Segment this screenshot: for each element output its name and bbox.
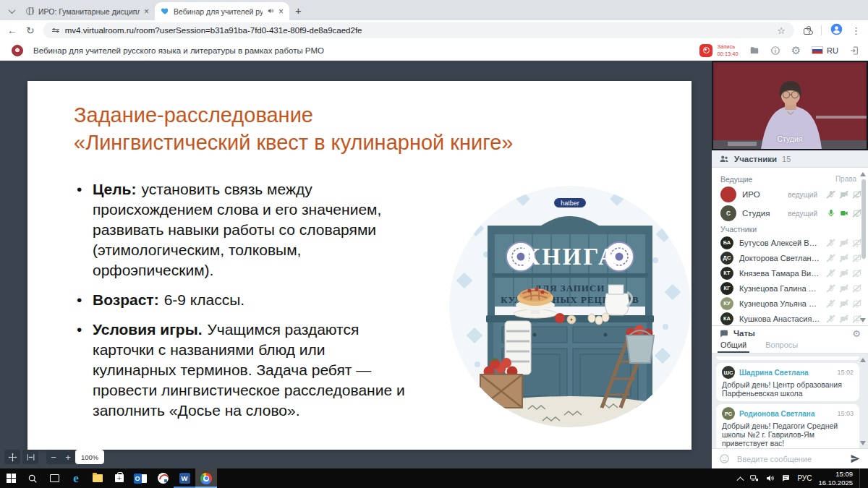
mic-off-icon[interactable] <box>826 253 835 262</box>
browser-tab-strip: ИРО: Гуманитарные дисциплин × Вебинар дл… <box>0 0 868 20</box>
participant-row[interactable]: КУ Кузнецова Ульяна Григорьевна <box>712 296 868 311</box>
camera-off-icon[interactable] <box>839 268 848 278</box>
screen-share-off-icon[interactable] <box>852 238 861 247</box>
reload-button[interactable]: ↻ <box>26 25 35 35</box>
chat-message: РС Родионова Светлана 15:03 Добрый день!… <box>716 404 859 448</box>
extensions-icon[interactable] <box>803 26 812 35</box>
presentation-stage: Задание-расследование «Лингвистический к… <box>0 61 712 468</box>
tray-expand-chevron-icon[interactable] <box>737 476 744 484</box>
record-icon[interactable] <box>699 44 712 57</box>
tab-close-icon[interactable]: × <box>144 7 149 16</box>
chat-scroll-down-icon[interactable] <box>860 441 866 445</box>
chat-scroll-up-icon[interactable] <box>860 358 866 362</box>
show-desktop-button[interactable] <box>859 468 862 488</box>
presentation-slide: Задание-расследование «Лингвистический к… <box>27 81 692 450</box>
leave-room-icon[interactable] <box>849 46 859 56</box>
participants-scrollbar[interactable] <box>861 179 866 259</box>
participants-header[interactable]: Участники 15 <box>712 150 868 168</box>
zoom-out-button[interactable]: − <box>46 450 61 464</box>
screen-share-off-icon[interactable] <box>852 268 861 278</box>
microsoft-store-icon[interactable] <box>109 468 130 488</box>
browser-tab-webinar[interactable]: Вебинар для учителей рус × <box>155 2 289 20</box>
info-icon[interactable] <box>770 46 780 56</box>
volume-icon[interactable] <box>765 474 775 483</box>
screen-share-off-icon[interactable] <box>852 209 861 218</box>
screen-share-off-icon[interactable] <box>852 299 861 308</box>
scroll-up-arrow-icon[interactable] <box>860 172 866 176</box>
site-info-icon[interactable] <box>52 29 59 33</box>
browser-profile-icon[interactable] <box>830 23 843 38</box>
chat-message-input[interactable] <box>736 454 844 464</box>
tab-close-icon[interactable]: × <box>278 7 284 16</box>
camera-off-icon[interactable] <box>839 253 848 262</box>
language-switcher[interactable]: RU <box>812 46 838 55</box>
mic-off-icon[interactable] <box>826 190 835 200</box>
settings-gear-icon[interactable]: ⚙ <box>791 45 801 56</box>
mic-off-icon[interactable] <box>826 314 835 323</box>
speaker-video-tile[interactable]: Студия <box>712 61 868 150</box>
browser-menu-icon[interactable]: ⋮ <box>851 25 861 36</box>
address-bar[interactable]: mv4.virtualroom.ru/room?userSession=b31a… <box>43 22 794 38</box>
fit-width-button[interactable] <box>22 450 38 464</box>
send-message-icon[interactable] <box>850 453 861 464</box>
zoom-in-button[interactable]: + <box>61 450 75 464</box>
chrome-icon[interactable] <box>195 468 217 488</box>
camera-on-icon[interactable] <box>839 209 848 218</box>
chat-message-list[interactable]: ШС Шадрина Светлана 15:02 Добрый день! Ц… <box>712 354 868 448</box>
network-icon[interactable] <box>749 474 759 483</box>
mic-off-icon[interactable] <box>826 299 835 308</box>
start-button[interactable] <box>0 468 22 488</box>
recipe-book-illustration: hatber <box>448 185 692 428</box>
chat-tab-questions[interactable]: Вопросы <box>765 341 798 353</box>
chat-tab-general[interactable]: Общий <box>720 341 746 353</box>
participant-row[interactable]: КГ Кузнецова Галина Львовна <box>712 281 868 296</box>
screen-share-off-icon[interactable] <box>852 253 861 262</box>
browser-tab-iro[interactable]: ИРО: Гуманитарные дисциплин × <box>20 2 155 20</box>
mic-off-icon[interactable] <box>826 268 835 278</box>
camera-off-icon[interactable] <box>839 283 848 293</box>
bookmark-star-icon[interactable]: ☆ <box>777 25 786 36</box>
camera-off-icon[interactable] <box>839 238 848 247</box>
task-view-icon[interactable] <box>43 468 65 488</box>
tab-search-chevron-icon[interactable] <box>6 5 17 17</box>
file-explorer-icon[interactable] <box>87 468 109 488</box>
mic-on-icon[interactable] <box>826 209 835 218</box>
participant-row[interactable]: КТ Князева Тамара Викторовна <box>712 265 868 281</box>
chat-settings-gear-icon[interactable]: ⚙ <box>852 329 861 338</box>
clock[interactable]: 15:09 16.10.2025 <box>818 470 853 487</box>
camera-off-icon[interactable] <box>839 190 848 200</box>
media-app-icon[interactable] <box>152 468 174 488</box>
mic-off-icon[interactable] <box>826 283 835 293</box>
back-button[interactable]: ← <box>7 25 17 35</box>
members-label: Участники <box>720 225 757 234</box>
camera-off-icon[interactable] <box>839 314 848 323</box>
host-row[interactable]: ИРО ведущий <box>712 185 868 204</box>
participant-row[interactable]: ДС Докторова Светлана Илларионо... <box>712 250 868 265</box>
notification-icon[interactable] <box>781 474 791 483</box>
record-indicator[interactable]: Запись 00:13:40 <box>699 43 738 57</box>
emoji-icon[interactable] <box>719 453 730 464</box>
chat-tabs: Общий Вопросы <box>712 341 868 354</box>
tab-audio-icon[interactable] <box>267 7 274 16</box>
word-icon[interactable]: W <box>174 468 195 488</box>
edge-icon[interactable]: e <box>65 468 87 488</box>
url-text[interactable]: mv4.virtualroom.ru/room?userSession=b31a… <box>65 26 362 35</box>
taskbar-search-icon[interactable] <box>22 468 43 488</box>
new-tab-button[interactable]: + <box>295 4 302 17</box>
pan-tool-button[interactable] <box>4 450 20 464</box>
files-icon[interactable] <box>749 46 760 56</box>
screen-share-off-icon[interactable] <box>852 283 861 293</box>
avatar: КА <box>720 312 733 325</box>
mic-off-icon[interactable] <box>826 238 835 247</box>
participant-row[interactable]: КА Кушкова Анастасия Викторовна <box>712 311 868 326</box>
avatar: КУ <box>720 297 733 310</box>
scroll-down-arrow-icon[interactable] <box>860 318 866 322</box>
host-row[interactable]: С Студия ведущий <box>712 204 868 223</box>
people-icon <box>719 154 729 164</box>
participant-row[interactable]: БА Бутусов Алексей Владимирович <box>712 235 868 250</box>
outlook-icon[interactable]: O <box>130 468 152 488</box>
hosts-label: Ведущие <box>720 175 752 184</box>
keyboard-language-indicator[interactable]: РУС <box>797 474 812 482</box>
camera-off-icon[interactable] <box>839 299 848 308</box>
screen-share-off-icon[interactable] <box>852 190 861 200</box>
